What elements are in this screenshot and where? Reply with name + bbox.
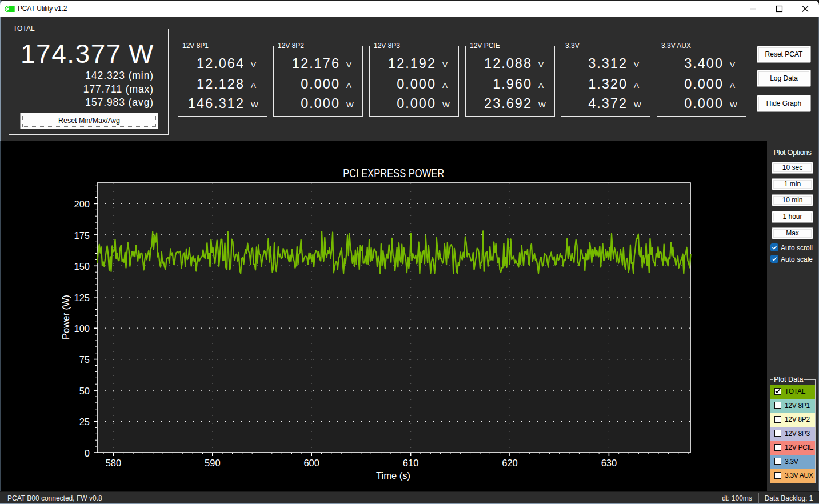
svg-text:610: 610 bbox=[403, 458, 419, 468]
svg-text:620: 620 bbox=[502, 458, 518, 468]
svg-text:100: 100 bbox=[74, 323, 90, 334]
svg-text:PCI EXPRESS POWER: PCI EXPRESS POWER bbox=[343, 166, 444, 179]
svg-text:Power (W): Power (W) bbox=[61, 295, 71, 339]
svg-text:600: 600 bbox=[303, 458, 319, 468]
svg-text:Time (s): Time (s) bbox=[376, 470, 410, 481]
svg-text:175: 175 bbox=[74, 230, 90, 241]
svg-text:200: 200 bbox=[74, 199, 90, 209]
svg-text:25: 25 bbox=[79, 417, 90, 427]
svg-text:50: 50 bbox=[79, 386, 90, 396]
svg-text:75: 75 bbox=[79, 354, 90, 365]
svg-text:630: 630 bbox=[601, 458, 617, 468]
svg-text:150: 150 bbox=[74, 261, 90, 271]
svg-text:580: 580 bbox=[106, 458, 122, 468]
svg-text:0: 0 bbox=[85, 448, 90, 458]
svg-text:125: 125 bbox=[74, 293, 90, 303]
svg-text:590: 590 bbox=[205, 458, 221, 468]
